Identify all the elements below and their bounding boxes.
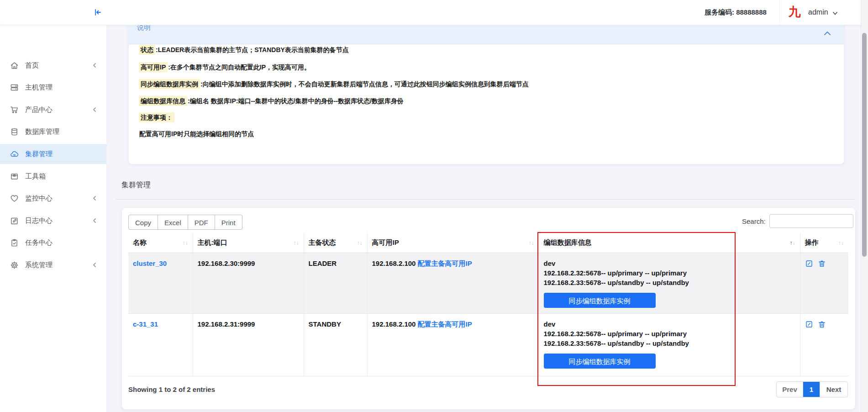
section-divider bbox=[116, 199, 855, 200]
chevron-left-icon bbox=[92, 195, 97, 201]
user-menu[interactable]: admin bbox=[808, 0, 828, 25]
sidebar-collapse-icon[interactable] bbox=[93, 8, 102, 17]
export-button-group: Copy Excel PDF Print bbox=[128, 215, 242, 230]
chevron-left-icon bbox=[92, 262, 97, 268]
table-row: c-31_31 192.168.2.31:9999 STANDBY 192.16… bbox=[128, 314, 848, 376]
sort-icon: ↑↓ bbox=[357, 240, 363, 246]
notice-panel: 说明 状态:LEADER表示当前集群的主节点；STANDBY表示当前集群的备节点… bbox=[128, 25, 844, 164]
pdf-button[interactable]: PDF bbox=[188, 215, 215, 230]
chevron-up-icon[interactable] bbox=[824, 30, 831, 37]
server-icon bbox=[10, 83, 19, 92]
sidebar-item-task-center[interactable]: 任务中心 bbox=[0, 232, 106, 253]
table-row: cluster_30 192.168.2.30:9999 LEADER 192.… bbox=[128, 253, 848, 314]
clipboard-check-icon bbox=[10, 238, 19, 247]
configure-ha-ip-link[interactable]: 配置主备高可用IP bbox=[418, 320, 472, 328]
column-header-group-db-info[interactable]: 编组数据库信息 ↑↓ bbox=[539, 233, 800, 253]
sync-group-db-button[interactable]: 同步编组数据库实例 bbox=[544, 293, 656, 308]
cell-ha-ip: 192.168.2.100 配置主备高可用IP bbox=[367, 253, 539, 314]
edit-icon[interactable] bbox=[805, 320, 813, 328]
chevron-left-icon bbox=[92, 218, 97, 223]
sort-icon: ↑↓ bbox=[294, 240, 299, 246]
chevron-left-icon bbox=[92, 63, 97, 68]
cell-role: LEADER bbox=[304, 253, 367, 314]
toolbox-icon bbox=[10, 172, 19, 181]
delete-icon[interactable] bbox=[818, 259, 826, 268]
notice-line: 同步编组数据库实例:向编组中添加删除数据库实例时，不会自动更新集群后端节点信息，… bbox=[139, 80, 529, 89]
search-label: Search: bbox=[742, 217, 766, 225]
page-title: 集群管理 bbox=[121, 180, 151, 190]
cell-actions bbox=[800, 253, 848, 314]
gear-icon bbox=[10, 261, 19, 269]
notice-line: 状态:LEADER表示当前集群的主节点；STANDBY表示当前集群的备节点 bbox=[139, 46, 349, 54]
service-code: 服务编码: 88888888 bbox=[705, 0, 767, 25]
header-divider bbox=[779, 0, 780, 25]
database-icon bbox=[10, 127, 19, 136]
search-input[interactable] bbox=[769, 214, 853, 228]
group-db-line: 192.168.2.32:5678-- up/primary -- up/pri… bbox=[544, 268, 795, 278]
sidebar-item-log-center[interactable]: 日志中心 bbox=[0, 211, 106, 231]
prev-page-button[interactable]: Prev bbox=[777, 382, 803, 397]
cell-group-db-info: dev 192.168.2.32:5678-- up/primary -- up… bbox=[539, 253, 800, 314]
group-db-line: 192.168.2.32:5678-- up/primary -- up/pri… bbox=[544, 329, 795, 338]
cell-group-db-info: dev 192.168.2.32:5678-- up/primary -- up… bbox=[539, 314, 800, 376]
next-page-button[interactable]: Next bbox=[820, 382, 847, 397]
cart-icon bbox=[10, 106, 19, 114]
chevron-down-icon[interactable] bbox=[832, 10, 838, 16]
page-1-button[interactable]: 1 bbox=[803, 382, 820, 397]
cluster-name-link[interactable]: c-31_31 bbox=[133, 320, 158, 328]
column-header-role[interactable]: 主备状态 ↑↓ bbox=[304, 233, 367, 253]
pagination: Prev 1 Next bbox=[776, 381, 848, 397]
user-avatar-logo: 九 bbox=[789, 4, 801, 20]
cluster-name-link[interactable]: cluster_30 bbox=[133, 259, 167, 267]
cell-actions bbox=[800, 314, 848, 376]
sidebar-item-database-management[interactable]: 数据库管理 bbox=[0, 121, 106, 142]
excel-button[interactable]: Excel bbox=[158, 215, 188, 230]
cell-role: STANDBY bbox=[304, 314, 367, 376]
sidebar-item-toolbox[interactable]: 工具箱 bbox=[0, 166, 106, 186]
sidebar: 首页 主机管理 产品中心 数据库管理 集群管理 工具箱 bbox=[0, 25, 107, 412]
configure-ha-ip-link[interactable]: 配置主备高可用IP bbox=[418, 259, 472, 267]
sidebar-item-monitoring-center[interactable]: 监控中心 bbox=[0, 188, 106, 208]
cloud-icon bbox=[10, 150, 19, 158]
edit-icon[interactable] bbox=[805, 259, 813, 268]
notice-line: 高可用IP:在多个集群节点之间自动配置此IP，实现高可用。 bbox=[139, 63, 310, 72]
chevron-left-icon bbox=[92, 107, 97, 112]
notice-panel-header[interactable]: 说明 bbox=[129, 25, 844, 44]
table-info-text: Showing 1 to 2 of 2 entries bbox=[128, 386, 215, 393]
scrollbar-thumb[interactable] bbox=[862, 33, 867, 257]
copy-button[interactable]: Copy bbox=[128, 215, 158, 230]
cell-ha-ip: 192.168.2.100 配置主备高可用IP bbox=[367, 314, 539, 376]
notice-line: 配置高可用IP时只能选择编组相同的节点 bbox=[139, 130, 254, 138]
column-header-host-port[interactable]: 主机:端口 ↑↓ bbox=[193, 233, 304, 253]
sidebar-item-home[interactable]: 首页 bbox=[0, 55, 106, 75]
cell-host-port: 192.168.2.30:9999 bbox=[193, 253, 304, 314]
cluster-table: 名称 ↑↓ 主机:端口 ↑↓ 主备状态 ↑↓ 高可用IP ↑↓ 编组数据库信息 … bbox=[128, 233, 848, 376]
edit-square-icon bbox=[10, 217, 19, 225]
print-button[interactable]: Print bbox=[215, 215, 242, 230]
group-name: dev bbox=[544, 319, 795, 329]
sync-group-db-button[interactable]: 同步编组数据库实例 bbox=[544, 354, 656, 369]
sort-icon: ↑↓ bbox=[790, 240, 795, 246]
sort-icon: ↑↓ bbox=[838, 240, 844, 246]
cell-host-port: 192.168.2.31:9999 bbox=[193, 314, 304, 376]
table-search: Search: bbox=[742, 214, 853, 228]
column-header-name[interactable]: 名称 ↑↓ bbox=[128, 233, 193, 253]
sidebar-item-cluster-management[interactable]: 集群管理 bbox=[0, 144, 106, 164]
delete-icon[interactable] bbox=[818, 320, 826, 328]
group-name: dev bbox=[544, 259, 795, 268]
sort-icon: ↑↓ bbox=[529, 240, 534, 246]
column-header-ha-ip[interactable]: 高可用IP ↑↓ bbox=[367, 233, 539, 253]
heart-icon bbox=[10, 194, 19, 203]
table-header-row: 名称 ↑↓ 主机:端口 ↑↓ 主备状态 ↑↓ 高可用IP ↑↓ 编组数据库信息 … bbox=[128, 233, 848, 253]
sidebar-item-host-management[interactable]: 主机管理 bbox=[0, 77, 106, 97]
notice-line: 编组数据库信息:编组名 数据库IP:端口--集群中的状态/集群中的身份--数据库… bbox=[139, 97, 404, 106]
group-db-line: 192.168.2.33:5678-- up/standby -- up/sta… bbox=[544, 278, 795, 287]
notice-line: 注意事项： bbox=[139, 114, 174, 122]
home-icon bbox=[10, 61, 19, 70]
cell-name: cluster_30 bbox=[128, 253, 193, 314]
group-db-line: 192.168.2.33:5678-- up/standby -- up/sta… bbox=[544, 338, 795, 348]
sidebar-item-system-management[interactable]: 系统管理 bbox=[0, 255, 106, 275]
cell-name: c-31_31 bbox=[128, 314, 193, 376]
column-header-actions[interactable]: 操作 ↑↓ bbox=[800, 233, 848, 253]
sidebar-item-product-center[interactable]: 产品中心 bbox=[0, 100, 106, 120]
